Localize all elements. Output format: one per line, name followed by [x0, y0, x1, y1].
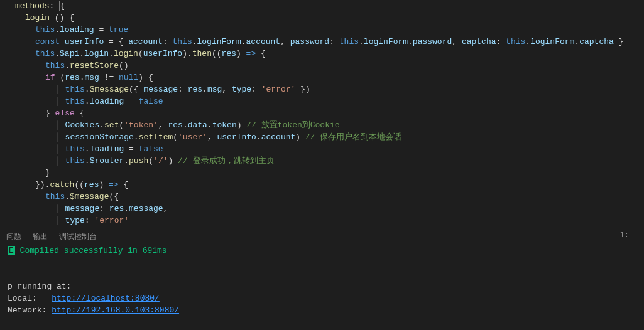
code-line: } else { — [0, 107, 644, 119]
terminal-line: Network: http://192.168.0.103:8080/ — [3, 304, 644, 316]
line-column-indicator: 1: — [620, 231, 629, 240]
text-cursor — [165, 97, 165, 106]
tab-output[interactable]: 输出 — [33, 232, 48, 242]
code-line: │ this.$message({ message: res.msg, type… — [0, 83, 644, 95]
terminal-line: E Compiled successfully in 691ms — [3, 245, 644, 257]
code-line: this.loading = true — [0, 24, 644, 36]
code-line: │ this.loading = false — [0, 95, 644, 107]
code-line: if (res.msg != null) { — [0, 72, 644, 83]
code-editor[interactable]: methods: { login () { this.loading = tru… — [0, 0, 644, 228]
code-line: │ this.loading = false — [0, 143, 644, 155]
code-line: const userInfo = { account: this.loginFo… — [0, 36, 644, 48]
terminal-line: Local: http://localhost:8080/ — [3, 292, 644, 304]
code-line: methods: { — [0, 0, 644, 12]
code-line: this.$api.login.login(userInfo).then((re… — [0, 48, 644, 60]
local-url-link[interactable]: http://localhost:8080/ — [52, 294, 160, 303]
network-url-link[interactable]: http://192.168.0.103:8080/ — [52, 306, 179, 315]
code-line: │ Cookies.set('token', res.data.token) /… — [0, 119, 644, 131]
code-line: this.$message({ — [0, 191, 644, 203]
done-badge: E — [8, 246, 15, 255]
terminal-panel[interactable]: E Compiled successfully in 691ms p runni… — [0, 245, 644, 330]
code-line: this.resetStore() — [0, 60, 644, 72]
code-line: } — [0, 167, 644, 179]
panel-tabs: 问题 输出 调试控制台 1: — [0, 228, 644, 245]
code-line: }).catch((res) => { — [0, 179, 644, 191]
code-line: │ message: res.message, — [0, 203, 644, 215]
terminal-line — [3, 257, 644, 269]
tab-problems[interactable]: 问题 — [6, 232, 21, 242]
tab-debug-console[interactable]: 调试控制台 — [59, 232, 97, 242]
terminal-line — [3, 269, 644, 280]
code-line: │ sessionStorage.setItem('user', userInf… — [0, 131, 644, 143]
code-line: │ this.$router.push('/') // 登录成功，跳转到主页 — [0, 155, 644, 167]
code-line: │ type: 'error' — [0, 215, 644, 226]
code-line: login () { — [0, 12, 644, 24]
terminal-line: p running at: — [3, 280, 644, 292]
